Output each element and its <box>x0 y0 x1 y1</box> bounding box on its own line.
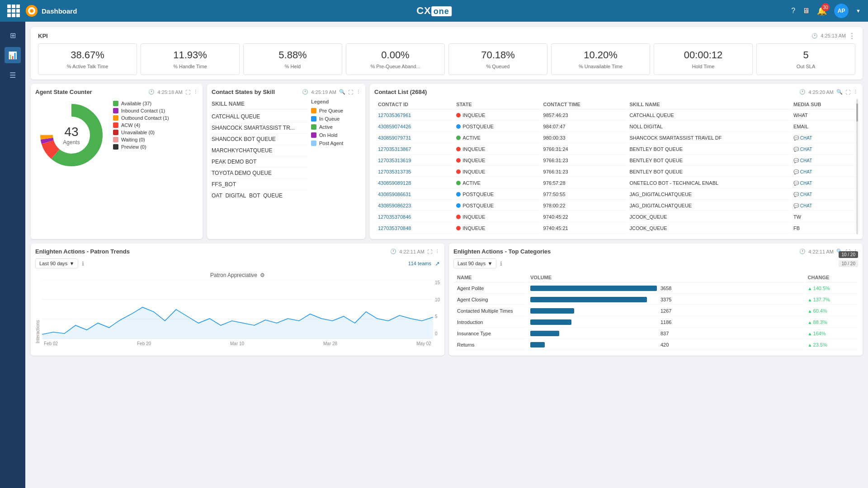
skill-row-7[interactable]: OAT_DIGITAL_BOT_QUEUE <box>212 190 307 198</box>
monitor-icon[interactable]: 🖥 <box>802 7 810 15</box>
categories-row[interactable]: Returns 420 ▲ 23.5% <box>454 340 857 350</box>
legend-label-active: Active <box>319 124 333 130</box>
expand-icon[interactable]: ⛶ <box>185 89 190 95</box>
categories-row[interactable]: Agent Polite 3658 ▲ 140.5% <box>454 283 857 294</box>
x-label-2: Mar 10 <box>230 341 244 346</box>
skill-row-5[interactable]: TOYOTA DEMO QUEUE <box>212 168 307 179</box>
skill-row-4[interactable]: PEAK DEMO BOT <box>212 156 307 168</box>
contact-id-cell[interactable]: 127035313735 <box>375 167 453 177</box>
more-icon[interactable]: ⋮ <box>356 89 361 95</box>
chart-settings-icon[interactable]: ⚙ <box>260 272 265 278</box>
sidebar-home[interactable]: ⊞ <box>5 27 21 43</box>
table-row[interactable]: 430859086631 POSTQUEUE 977:50:55 JAG_DIG… <box>375 189 857 200</box>
contact-id-cell[interactable]: 127035367961 <box>375 110 453 121</box>
table-row[interactable]: 127035370848 INQUEUE 9740:45:21 JCOOK_QU… <box>375 223 857 234</box>
chevron-down-icon: ▼ <box>69 261 74 266</box>
more-icon[interactable]: ⋮ <box>853 89 858 95</box>
more-icon[interactable]: ⋮ <box>435 249 440 254</box>
scrollbar[interactable] <box>856 99 858 235</box>
legend-label-outbound: Outbound Contact (1) <box>121 115 169 121</box>
categories-row[interactable]: Insurance Type 837 ▲ 164% <box>454 328 857 339</box>
change-up: ▲ 60.4% <box>808 308 854 314</box>
contact-states-title: Contact States by Skill <box>212 89 275 95</box>
categories-row[interactable]: Introduction 1186 ▲ 88.3% <box>454 317 857 328</box>
table-row[interactable]: 430859086223 POSTQUEUE 978:00:22 JAG_DIG… <box>375 201 857 211</box>
skill-row-2[interactable]: SHANCOCK BOT QUEUE <box>212 134 307 145</box>
table-row[interactable]: 127035313735 INQUEUE 9766:31:23 BENTLEY … <box>375 167 857 177</box>
kpi-label-3: % Pre-Queue Aband... <box>354 64 437 69</box>
sidebar-analytics[interactable]: 📊 <box>5 47 21 63</box>
more-icon[interactable]: ⋮ <box>193 89 198 95</box>
table-row[interactable]: 430859089128 ACTIVE 976:57:28 ONETELCO B… <box>375 178 857 188</box>
export-icon[interactable]: ↗ <box>435 260 440 267</box>
contact-id-cell[interactable]: 127035313619 <box>375 155 453 166</box>
category-name: Agent Closing <box>454 295 527 305</box>
contact-id-cell[interactable]: 430859074426 <box>375 122 453 132</box>
contact-id-cell[interactable]: 127035370848 <box>375 223 453 234</box>
skill-row-3[interactable]: MARCHKYCHATQUEUE <box>212 145 307 156</box>
skill-row-6[interactable]: FFS_BOT <box>212 179 307 190</box>
kpi-value-5: 10.20% <box>559 49 642 61</box>
state-label: ACTIVE <box>462 135 481 141</box>
user-avatar[interactable]: AP <box>834 4 849 18</box>
scrollbar-thumb[interactable] <box>856 103 858 122</box>
category-volume: 1186 <box>528 317 804 328</box>
help-icon[interactable]: ? <box>791 7 795 15</box>
contact-id-cell[interactable]: 430859086223 <box>375 201 453 211</box>
dropdown-arrow[interactable]: ▼ <box>856 8 861 14</box>
expand-icon[interactable]: ⛶ <box>427 249 432 254</box>
skill-row-0[interactable]: CATCHALL QUEUE <box>212 111 307 122</box>
skill-list: SKILL NAME CATCHALL QUEUE SHANCOCK SMART… <box>212 99 307 198</box>
search-icon[interactable]: 🔍 <box>836 89 843 95</box>
sidebar-list[interactable]: ☰ <box>5 67 21 83</box>
kpi-title: KPI <box>38 33 48 39</box>
top-categories-header: Enlighten Actions - Top Categories 🕐 4:2… <box>453 248 858 255</box>
x-axis-labels: Feb 02 Feb 20 Mar 10 Mar 28 May 02 <box>42 341 433 346</box>
contact-id-cell[interactable]: 127035313867 <box>375 144 453 155</box>
volume-value: 3658 <box>660 286 671 291</box>
contact-id-cell[interactable]: 430859079731 <box>375 133 453 143</box>
state-dot <box>456 192 461 197</box>
expand-icon[interactable]: ⛶ <box>845 89 850 95</box>
kpi-more-icon[interactable]: ⋮ <box>849 32 855 40</box>
info-icon[interactable]: ℹ <box>500 260 502 267</box>
contact-time-cell: 984:07:47 <box>541 122 626 132</box>
top-categories-dropdown[interactable]: Last 90 days ▼ <box>453 258 496 268</box>
legend-acw: ACW (4) <box>113 122 169 128</box>
category-name: Agent Polite <box>454 283 527 294</box>
teams-link[interactable]: 114 teams <box>408 261 431 266</box>
contact-id-cell[interactable]: 430859086631 <box>375 189 453 200</box>
chat-badge: 💬 CHAT <box>793 158 854 163</box>
contact-states-legend: Legend Pre Queue In Queue Active <box>311 99 361 198</box>
svg-marker-11 <box>42 307 433 339</box>
categories-row[interactable]: Contacted Multiple Times 1267 ▲ 60.4% <box>454 306 857 316</box>
patron-trends-dropdown[interactable]: Last 90 days ▼ <box>35 258 78 268</box>
skill-name-cell: JCOOK_QUEUE <box>627 223 790 234</box>
svg-point-2 <box>30 9 33 13</box>
expand-icon[interactable]: ⛶ <box>348 89 353 95</box>
legend-active: Active <box>311 124 361 130</box>
table-row[interactable]: 430859074426 POSTQUEUE 984:07:47 NOLL DI… <box>375 122 857 132</box>
categories-row[interactable]: Agent Closing 3375 ▲ 137.7% <box>454 295 857 305</box>
legend-label-onhold: On Hold <box>319 132 337 138</box>
contact-id-cell[interactable]: 430859089128 <box>375 178 453 188</box>
skill-row-1[interactable]: SHANCOCK SMARTASSIST TR... <box>212 122 307 134</box>
app-grid-icon[interactable] <box>7 5 20 17</box>
y-label-10: 10 <box>435 297 440 302</box>
table-row[interactable]: 430859079731 ACTIVE 980:00:33 SHANCOCK S… <box>375 133 857 143</box>
media-sub-cell: 💬 CHAT <box>791 201 857 211</box>
table-row[interactable]: 127035313867 INQUEUE 9766:31:24 BENTLEY … <box>375 144 857 155</box>
legend-available: Available (37) <box>113 101 169 106</box>
patron-chart-title: Patron Appreciative <box>210 272 257 278</box>
legend-label-inbound: Inbound Contact (1) <box>121 108 165 113</box>
search-icon[interactable]: 🔍 <box>339 89 345 95</box>
media-sub-cell: 💬 CHAT <box>791 167 857 177</box>
kpi-value-3: 0.00% <box>354 49 437 61</box>
info-icon[interactable]: ℹ <box>82 260 84 267</box>
table-row[interactable]: 127035370846 INQUEUE 9740:45:22 JCOOK_QU… <box>375 212 857 222</box>
table-row[interactable]: 127035313619 INQUEUE 9766:31:23 BENTLEY … <box>375 155 857 166</box>
notification-bell[interactable]: 🔔 30 <box>817 6 827 16</box>
table-row[interactable]: 127035367961 INQUEUE 9857:46:23 CATCHALL… <box>375 110 857 121</box>
kpi-value-1: 11.93% <box>148 49 232 61</box>
contact-id-cell[interactable]: 127035370846 <box>375 212 453 222</box>
